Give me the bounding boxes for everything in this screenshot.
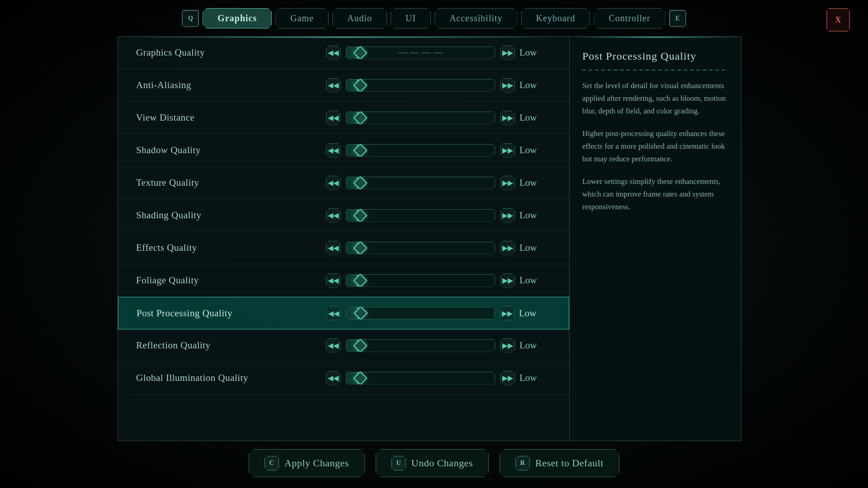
tab-graphics[interactable]: Graphics xyxy=(203,8,272,28)
chevron-left-icon: ◀◀ xyxy=(328,48,339,57)
setting-value-shadow-quality: Low xyxy=(519,145,551,156)
chevron-right-icon: ▶▶ xyxy=(502,178,513,187)
tab-keyboard[interactable]: Keyboard xyxy=(521,8,590,28)
tab-controller[interactable]: Controller xyxy=(594,8,665,28)
slider-right-reflection-quality[interactable]: ▶▶ xyxy=(500,338,515,353)
setting-row-shadow-quality[interactable]: Shadow Quality ◀◀ ▶▶ Low xyxy=(118,134,569,167)
chevron-right-icon: ▶▶ xyxy=(502,244,513,252)
q-key: Q xyxy=(182,10,199,27)
apply-changes-button[interactable]: C Apply Changes xyxy=(249,449,365,477)
undo-key: U xyxy=(392,456,406,470)
slider-track-post-processing-quality[interactable] xyxy=(346,307,495,319)
slider-post-processing-quality: ◀◀ ▶▶ xyxy=(326,306,514,320)
slider-right-effects-quality[interactable]: ▶▶ xyxy=(500,241,515,255)
tab-accessibility[interactable]: Accessibility xyxy=(434,8,517,28)
screen: Q Graphics Game Audio UI Accessibility K… xyxy=(0,0,868,488)
bottom-bar: C Apply Changes U Undo Changes R Reset t… xyxy=(0,441,868,488)
info-divider xyxy=(582,70,728,70)
slider-track-global-illumination-quality[interactable] xyxy=(346,372,495,385)
chevron-right-icon: ▶▶ xyxy=(502,341,513,350)
slider-left-anti-aliasing[interactable]: ◀◀ xyxy=(326,78,340,93)
slider-right-view-distance[interactable]: ▶▶ xyxy=(500,111,515,125)
slider-right-texture-quality[interactable]: ▶▶ xyxy=(500,176,515,190)
setting-label-foliage-quality: Foliage Quality xyxy=(136,275,326,286)
setting-row-reflection-quality[interactable]: Reflection Quality ◀◀ ▶▶ Low xyxy=(118,329,569,362)
setting-label-post-processing-quality: Post Processing Quality xyxy=(137,308,326,319)
setting-row-effects-quality[interactable]: Effects Quality ◀◀ ▶▶ Low xyxy=(118,232,569,264)
setting-row-global-illumination-quality[interactable]: Global Illumination Quality ◀◀ ▶▶ Low xyxy=(118,362,569,394)
x-key[interactable]: X xyxy=(826,8,850,32)
chevron-left-icon: ◀◀ xyxy=(328,81,339,89)
chevron-right-icon: ▶▶ xyxy=(502,146,513,155)
reset-label: Reset to Default xyxy=(535,457,604,469)
setting-label-effects-quality: Effects Quality xyxy=(136,242,326,253)
reset-key: R xyxy=(515,456,530,470)
chevron-right-icon: ▶▶ xyxy=(502,276,513,285)
setting-row-post-processing-quality[interactable]: Post Processing Quality ◀◀ ▶▶ Low xyxy=(118,297,569,329)
slider-reflection-quality: ◀◀ ▶▶ xyxy=(326,338,515,353)
slider-track-texture-quality[interactable] xyxy=(346,177,495,189)
slider-right-graphics-quality[interactable]: ▶▶ xyxy=(500,46,515,60)
slider-right-anti-aliasing[interactable]: ▶▶ xyxy=(500,78,515,93)
slider-track-reflection-quality[interactable] xyxy=(346,339,495,352)
chevron-left-icon: ◀◀ xyxy=(328,113,339,122)
slider-left-post-processing-quality[interactable]: ◀◀ xyxy=(326,306,341,320)
setting-label-graphics-quality: Graphics Quality xyxy=(136,47,326,58)
setting-value-graphics-quality: Low xyxy=(519,47,551,58)
undo-label: Undo Changes xyxy=(411,457,473,469)
settings-panel: Graphics Quality ◀◀ ▶▶ Low xyxy=(118,36,570,441)
settings-scroll[interactable]: Graphics Quality ◀◀ ▶▶ Low xyxy=(118,37,569,441)
info-paragraph-2: Higher post-processing quality enhances … xyxy=(582,127,728,165)
chevron-right-icon: ▶▶ xyxy=(502,211,513,220)
chevron-left-icon: ◀◀ xyxy=(328,374,339,382)
slider-left-effects-quality[interactable]: ◀◀ xyxy=(326,241,340,255)
slider-right-post-processing-quality[interactable]: ▶▶ xyxy=(500,306,514,320)
chevron-left-icon: ◀◀ xyxy=(328,178,339,187)
tab-game[interactable]: Game xyxy=(275,8,329,28)
slider-left-graphics-quality[interactable]: ◀◀ xyxy=(326,46,340,60)
chevron-left-icon: ◀◀ xyxy=(328,146,339,155)
setting-row-texture-quality[interactable]: Texture Quality ◀◀ ▶▶ Low xyxy=(118,167,569,199)
slider-left-reflection-quality[interactable]: ◀◀ xyxy=(326,338,340,353)
slider-right-shading-quality[interactable]: ▶▶ xyxy=(500,208,515,223)
slider-right-shadow-quality[interactable]: ▶▶ xyxy=(500,143,515,158)
setting-label-global-illumination-quality: Global Illumination Quality xyxy=(136,372,326,384)
setting-label-shading-quality: Shading Quality xyxy=(136,210,326,221)
setting-label-shadow-quality: Shadow Quality xyxy=(136,145,326,156)
slider-track-view-distance[interactable] xyxy=(346,112,495,124)
slider-track-effects-quality[interactable] xyxy=(346,242,495,254)
setting-value-global-illumination-quality: Low xyxy=(519,372,551,384)
main-content: Graphics Quality ◀◀ ▶▶ Low xyxy=(118,34,750,441)
slider-track-graphics-quality[interactable] xyxy=(346,47,495,59)
slider-left-shading-quality[interactable]: ◀◀ xyxy=(326,208,340,223)
slider-track-shading-quality[interactable] xyxy=(346,209,495,222)
slider-right-global-illumination-quality[interactable]: ▶▶ xyxy=(500,371,515,385)
chevron-right-icon: ▶▶ xyxy=(502,113,513,122)
slider-left-texture-quality[interactable]: ◀◀ xyxy=(326,176,340,190)
slider-track-anti-aliasing[interactable] xyxy=(346,79,495,92)
chevron-left-icon: ◀◀ xyxy=(328,341,339,350)
chevron-left-icon: ◀◀ xyxy=(328,244,339,252)
slider-left-view-distance[interactable]: ◀◀ xyxy=(326,111,340,125)
tab-ui[interactable]: UI xyxy=(391,8,431,28)
slider-left-foliage-quality[interactable]: ◀◀ xyxy=(326,273,340,288)
slider-right-foliage-quality[interactable]: ▶▶ xyxy=(500,273,515,288)
slider-view-distance: ◀◀ ▶▶ xyxy=(326,111,515,125)
undo-changes-button[interactable]: U Undo Changes xyxy=(376,449,489,477)
slider-track-foliage-quality[interactable] xyxy=(346,274,495,287)
setting-label-texture-quality: Texture Quality xyxy=(136,177,326,188)
setting-row-graphics-quality[interactable]: Graphics Quality ◀◀ ▶▶ Low xyxy=(118,37,569,69)
slider-track-shadow-quality[interactable] xyxy=(346,144,495,157)
slider-left-shadow-quality[interactable]: ◀◀ xyxy=(326,143,340,158)
tab-audio[interactable]: Audio xyxy=(332,8,387,28)
setting-row-anti-aliasing[interactable]: Anti-Aliasing ◀◀ ▶▶ Low xyxy=(118,69,569,102)
info-title: Post Processing Quality xyxy=(582,50,728,62)
reset-to-default-button[interactable]: R Reset to Default xyxy=(500,449,619,477)
setting-value-view-distance: Low xyxy=(519,112,551,123)
setting-row-foliage-quality[interactable]: Foliage Quality ◀◀ ▶▶ Low xyxy=(118,264,569,297)
chevron-right-icon: ▶▶ xyxy=(502,374,513,382)
slider-shadow-quality: ◀◀ ▶▶ xyxy=(326,143,515,158)
slider-left-global-illumination-quality[interactable]: ◀◀ xyxy=(326,371,340,385)
setting-row-shading-quality[interactable]: Shading Quality ◀◀ ▶▶ Low xyxy=(118,199,569,232)
setting-row-view-distance[interactable]: View Distance ◀◀ ▶▶ Low xyxy=(118,102,569,134)
